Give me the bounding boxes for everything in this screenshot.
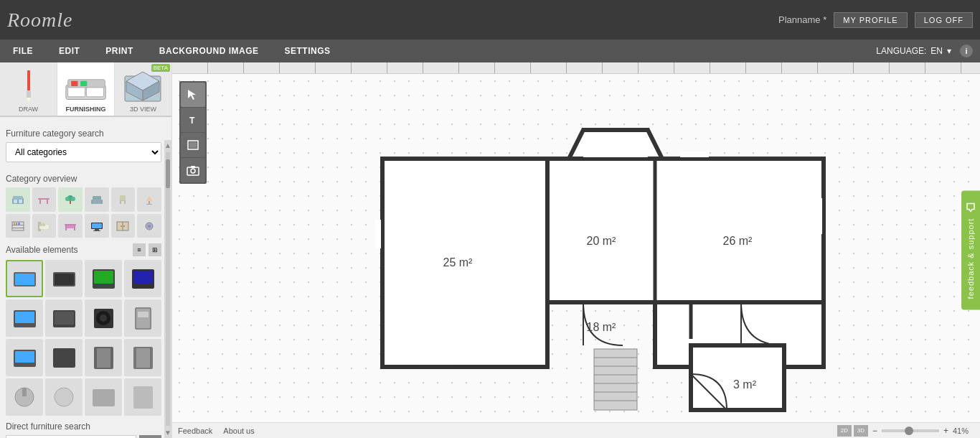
feedback-sidebar-button[interactable]: feedback & support: [961, 190, 980, 310]
menu-settings[interactable]: SETTINGS: [272, 39, 344, 62]
my-profile-button[interactable]: MY PROFILE: [834, 12, 907, 28]
room5-area: 3 m²: [733, 378, 757, 391]
svg-rect-16: [13, 196, 23, 200]
info-button[interactable]: i: [960, 45, 973, 57]
scroll-down-button[interactable]: ▼: [164, 427, 171, 438]
scroll-up-button[interactable]: ▲: [164, 140, 171, 151]
room1-area: 25 m²: [443, 256, 473, 269]
language-label: LANGUAGE:: [876, 46, 926, 56]
feedback-link[interactable]: Feedback: [178, 427, 212, 435]
zoom-thumb[interactable]: [905, 427, 913, 435]
svg-rect-52: [95, 229, 99, 230]
mode-tabs: DRAW FURNISHING: [0, 62, 171, 117]
element-item-12[interactable]: [124, 339, 161, 376]
element-item-11[interactable]: [85, 339, 122, 376]
svg-rect-31: [120, 195, 126, 200]
element-item-14[interactable]: [45, 378, 83, 416]
element-item-3[interactable]: [85, 260, 122, 297]
element-item-2[interactable]: [45, 260, 83, 297]
3dview-tab-icon: [122, 68, 165, 104]
cat-desk[interactable]: [58, 214, 83, 238]
zoom-out-button[interactable]: −: [872, 426, 877, 436]
svg-rect-47: [65, 225, 67, 230]
about-us-link[interactable]: About us: [223, 427, 254, 435]
svg-rect-88: [93, 389, 115, 406]
cat-sofa[interactable]: [6, 187, 30, 212]
svg-rect-89: [133, 386, 153, 409]
beta-badge: BETA: [151, 64, 170, 72]
language-value: EN: [930, 46, 943, 56]
select-tool-button[interactable]: [181, 83, 205, 107]
canvas-area[interactable]: T: [172, 62, 980, 438]
2d-view-icon[interactable]: 2D: [837, 425, 852, 437]
cat-plant[interactable]: [58, 187, 83, 212]
cat-chair[interactable]: [111, 187, 136, 212]
grid-view-button[interactable]: ⊞: [149, 243, 161, 256]
svg-rect-34: [146, 204, 152, 205]
cat-wardrobe[interactable]: [111, 214, 136, 238]
tab-3dview[interactable]: BETA 3D VIEW: [115, 62, 171, 116]
cat-table[interactable]: [32, 187, 57, 212]
tab-furnishing[interactable]: FURNISHING: [57, 62, 115, 116]
menu-file[interactable]: FILE: [0, 39, 46, 62]
element-item-9[interactable]: [6, 339, 43, 376]
menu-print[interactable]: PRINT: [93, 39, 146, 62]
search-button[interactable]: 🔍: [139, 435, 161, 438]
element-item-10[interactable]: [45, 339, 83, 376]
log-off-button[interactable]: LOG OFF: [915, 12, 973, 28]
svg-rect-51: [92, 223, 102, 228]
cat-bed[interactable]: [32, 214, 57, 238]
element-item-8[interactable]: [124, 299, 161, 337]
svg-marker-32: [146, 196, 153, 201]
menu-background-image[interactable]: BACKGROUND IMAGE: [146, 39, 272, 62]
svg-rect-65: [94, 271, 113, 284]
camera-tool-button[interactable]: [181, 158, 205, 182]
element-item-4[interactable]: [124, 260, 161, 297]
category-overview-label: Category overview: [6, 174, 161, 184]
zoom-in-button[interactable]: +: [943, 426, 948, 436]
element-item-1[interactable]: [6, 260, 43, 297]
cat-bookshelf[interactable]: [6, 214, 30, 238]
room2-area: 20 m²: [587, 235, 617, 247]
element-item-16[interactable]: [124, 378, 161, 416]
svg-rect-8: [80, 80, 87, 85]
svg-rect-46: [65, 224, 76, 225]
svg-point-59: [148, 225, 151, 228]
ruler-top: [172, 62, 980, 74]
search-input[interactable]: [6, 435, 136, 438]
element-item-13[interactable]: [6, 378, 43, 416]
language-dropdown-icon[interactable]: ▾: [947, 46, 951, 56]
cat-tv[interactable]: [85, 214, 109, 238]
svg-rect-29: [120, 201, 121, 204]
scroll-thumb[interactable]: [166, 159, 170, 188]
element-item-15[interactable]: [85, 378, 122, 416]
app-logo[interactable]: Roomle: [7, 9, 73, 32]
svg-rect-36: [12, 225, 24, 225]
sidebar-content: Furniture category search All categories…: [0, 117, 171, 438]
text-tool-button[interactable]: T: [181, 108, 205, 132]
cat-lamp[interactable]: [137, 187, 161, 212]
element-item-7[interactable]: [85, 299, 122, 337]
list-view-button[interactable]: ≡: [133, 243, 146, 256]
svg-rect-69: [15, 312, 34, 323]
tab-draw[interactable]: DRAW: [0, 62, 57, 116]
door-tool-button[interactable]: [181, 133, 205, 157]
tool-panel: T: [179, 81, 207, 184]
zoom-slider[interactable]: [882, 429, 939, 432]
cat-misc[interactable]: [137, 214, 161, 238]
element-item-5[interactable]: [6, 299, 43, 337]
element-item-6[interactable]: [45, 299, 83, 337]
cat-armchair[interactable]: [85, 187, 109, 212]
furniture-search-label: Furniture category search: [6, 129, 161, 139]
language-area: LANGUAGE: EN ▾ i: [876, 45, 980, 57]
svg-rect-84: [136, 348, 150, 368]
menu-edit[interactable]: EDIT: [46, 39, 93, 62]
svg-rect-71: [55, 312, 74, 325]
category-dropdown[interactable]: All categories: [6, 142, 161, 162]
svg-rect-15: [19, 200, 22, 203]
svg-point-23: [71, 197, 75, 201]
3d-view-icon[interactable]: 3D: [854, 425, 868, 437]
topbar: Roomle Planname * MY PROFILE LOG OFF: [0, 0, 980, 39]
zoom-controls: 2D 3D − + 41%: [837, 425, 974, 437]
bottombar: Feedback About us 2D 3D − + 41%: [172, 422, 980, 438]
